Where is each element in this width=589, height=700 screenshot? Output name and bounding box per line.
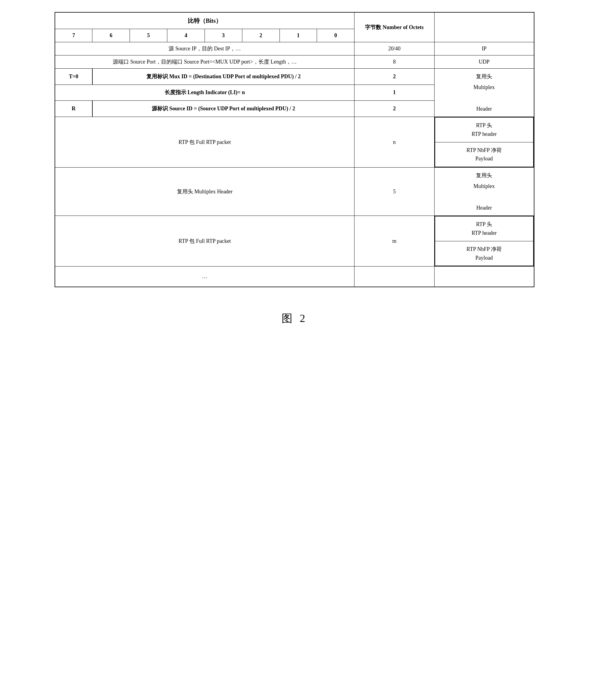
- mux2-content: 复用头 Multiplex Header: [55, 168, 355, 216]
- rtp1-header-text: RTP 头RTP header: [435, 117, 534, 142]
- mux2-row: 复用头 Multiplex Header 5 复用头MultiplexHeade…: [55, 168, 534, 216]
- rtp2-payload-sub: RTP NbFP 净荷Payload: [435, 241, 534, 266]
- r-cell: R: [55, 101, 92, 117]
- bit-5: 5: [130, 29, 167, 42]
- rtp2-content: RTP 包 Full RTP packet: [55, 216, 355, 266]
- dots-label: [434, 266, 534, 287]
- mux2-label: 复用头MultiplexHeader: [434, 168, 534, 216]
- source-r-octets: 2: [355, 101, 434, 117]
- octets-header: 字节数 Number of Octets: [355, 12, 434, 42]
- rtp2-header-sub: RTP 头RTP header: [435, 216, 534, 241]
- udp-octets: 8: [355, 55, 434, 69]
- ip-content: 源 Source IP，目的 Dest IP，…: [55, 42, 355, 55]
- rtp2-header-text: RTP 头RTP header: [435, 216, 534, 241]
- rtp1-octets: n: [355, 117, 434, 168]
- layer-header: [434, 12, 534, 42]
- length-content: 长度指示 Length Indicator (LI)= n: [55, 84, 355, 101]
- bit-1: 1: [279, 29, 317, 42]
- bits-label: 比特（Bits）: [55, 12, 355, 29]
- rtp1-row: RTP 包 Full RTP packet n RTP 头RTP header …: [55, 117, 534, 168]
- bits-header-row: 比特（Bits） 字节数 Number of Octets: [55, 12, 534, 29]
- mux-label: 复用头MultiplexHeader: [434, 69, 534, 117]
- bit-3: 3: [205, 29, 242, 42]
- udp-row: 源端口 Source Port，目的端口 Source Port=<MUX UD…: [55, 55, 534, 69]
- ip-octets: 20/40: [355, 42, 434, 55]
- source-r-content: 源标识 Source ID = (Source UDP Port of mult…: [92, 101, 355, 117]
- mux-t0-row: T=0 复用标识 Mux ID = (Destination UDP Port …: [55, 69, 534, 85]
- bit-0: 0: [317, 29, 355, 42]
- rtp1-payload-text: RTP NbFP 净荷Payload: [435, 142, 534, 167]
- protocol-table: 比特（Bits） 字节数 Number of Octets 7 6 5 4 3 …: [54, 12, 535, 287]
- rtp2-label-table: RTP 头RTP header RTP NbFP 净荷Payload: [434, 216, 534, 266]
- bit-2: 2: [242, 29, 279, 42]
- rtp1-header-sub: RTP 头RTP header: [435, 117, 534, 142]
- ip-row: 源 Source IP，目的 Dest IP，… 20/40 IP: [55, 42, 534, 55]
- dots-octets: [355, 266, 434, 287]
- figure-caption: 图 2: [281, 311, 308, 326]
- table-container: 比特（Bits） 字节数 Number of Octets 7 6 5 4 3 …: [54, 12, 535, 287]
- rtp2-payload-text: RTP NbFP 净荷Payload: [435, 241, 534, 266]
- bit-6: 6: [92, 29, 130, 42]
- rtp2-row: RTP 包 Full RTP packet m RTP 头RTP header …: [55, 216, 534, 266]
- mux-t0-content: 复用标识 Mux ID = (Destination UDP Port of m…: [92, 69, 355, 85]
- rtp2-label: RTP 头RTP header RTP NbFP 净荷Payload: [434, 216, 534, 266]
- rtp1-payload-sub: RTP NbFP 净荷Payload: [435, 142, 534, 167]
- dots-row: …: [55, 266, 534, 287]
- udp-content: 源端口 Source Port，目的端口 Source Port=<MUX UD…: [55, 55, 355, 69]
- udp-label: UDP: [434, 55, 534, 69]
- mux-t0-octets: 2: [355, 69, 434, 85]
- bit-4: 4: [167, 29, 205, 42]
- bit-7: 7: [55, 29, 92, 42]
- rtp1-label-table: RTP 头RTP header RTP NbFP 净荷Payload: [434, 117, 534, 167]
- rtp2-octets: m: [355, 216, 434, 266]
- length-octets: 1: [355, 84, 434, 101]
- dots-content: …: [55, 266, 355, 287]
- rtp1-content: RTP 包 Full RTP packet: [55, 117, 355, 168]
- rtp1-label: RTP 头RTP header RTP NbFP 净荷Payload: [434, 117, 534, 168]
- ip-label: IP: [434, 42, 534, 55]
- t0-cell: T=0: [55, 69, 92, 85]
- mux2-octets: 5: [355, 168, 434, 216]
